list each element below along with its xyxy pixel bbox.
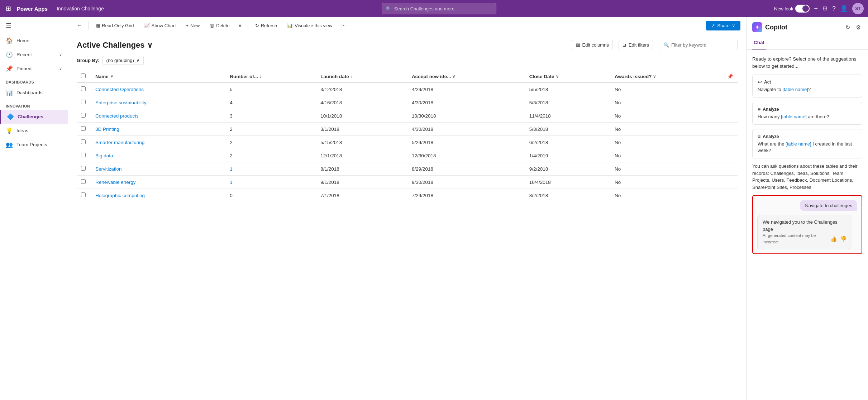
row-checkbox[interactable]: [81, 100, 86, 104]
delete-dropdown-button[interactable]: ∨: [235, 21, 245, 30]
table-row[interactable]: Renewable energy 1 9/1/2018 9/30/2018 10…: [77, 176, 738, 189]
new-look-label: New look: [774, 6, 793, 11]
show-chart-button[interactable]: 📈 Show Chart: [140, 21, 180, 30]
thumbs-up-button[interactable]: 👍: [830, 236, 837, 242]
row-checkbox-cell[interactable]: [77, 82, 91, 96]
refresh-button[interactable]: ↻ Refresh: [251, 21, 282, 30]
table-row[interactable]: Smarter manufacturing 2 5/15/2018 5/29/2…: [77, 136, 738, 149]
waffle-icon[interactable]: ⊞: [4, 3, 13, 14]
col-header-awards[interactable]: Awards issued? ∨: [610, 71, 723, 82]
act-label: Act: [764, 80, 771, 85]
suggestion-link-1[interactable]: [table name]: [782, 87, 808, 92]
col-header-accept[interactable]: Accept new ide... ∨: [407, 71, 525, 82]
col-header-close[interactable]: Close Date ∨: [525, 71, 610, 82]
edit-filters-button[interactable]: ⊿ Edit filters: [619, 40, 653, 50]
table-row[interactable]: Holographic computing 0 7/1/2018 7/29/20…: [77, 189, 738, 202]
sidebar-section-dashboards: Dashboards: [0, 76, 68, 86]
people-icon[interactable]: 👤: [840, 5, 848, 13]
row-checkbox[interactable]: [81, 192, 86, 197]
sidebar-item-recent[interactable]: 🕐 Recent ∨: [0, 48, 68, 62]
table-row[interactable]: Big data 2 12/1/2018 12/30/2018 1/4/2019…: [77, 149, 738, 162]
row-count-cell: 3: [225, 109, 316, 123]
row-name-cell[interactable]: Connected products: [91, 109, 225, 123]
row-checkbox-cell[interactable]: [77, 123, 91, 136]
row-checkbox[interactable]: [81, 86, 86, 91]
row-count-cell[interactable]: 1: [225, 162, 316, 176]
row-name-cell[interactable]: Enterprise sustainability: [91, 96, 225, 109]
avatar[interactable]: ST: [852, 3, 864, 14]
copilot-settings-button[interactable]: ⚙: [854, 23, 862, 32]
table-row[interactable]: Servitization 1 8/1/2018 8/29/2018 9/2/2…: [77, 162, 738, 176]
suggestion-link-2[interactable]: [table name]: [781, 114, 807, 119]
more-options-button[interactable]: ⋯: [338, 21, 349, 30]
sidebar-item-team-projects[interactable]: 👥 Team Projects: [0, 138, 68, 152]
share-button[interactable]: ↗ Share ∨: [706, 21, 740, 30]
sidebar-item-home[interactable]: 🏠 Home: [0, 34, 68, 48]
row-name-cell[interactable]: Renewable energy: [91, 176, 225, 189]
row-name-cell[interactable]: Servitization: [91, 162, 225, 176]
sidebar-item-pinned[interactable]: 📌 Pinned ∨: [0, 62, 68, 76]
suggestion-analyze-2[interactable]: ≡ Analyze What are the [table name] I cr…: [752, 129, 862, 158]
suggestion-analyze-1[interactable]: ≡ Analyze How many [table name] are ther…: [752, 102, 862, 125]
sidebar-item-challenges[interactable]: 🔷 Challenges: [0, 110, 68, 124]
row-name-cell[interactable]: 3D Printing: [91, 123, 225, 136]
row-pin-cell: [723, 109, 738, 123]
suggestion-act[interactable]: ↩ Act Navigate to [table name]?: [752, 75, 862, 97]
row-checkbox[interactable]: [81, 113, 86, 118]
delete-button[interactable]: 🗑 Delete: [205, 21, 234, 30]
table-row[interactable]: 3D Printing 2 3/1/2018 4/30/2018 5/3/201…: [77, 123, 738, 136]
view-title-chevron-icon[interactable]: ∨: [147, 41, 153, 50]
row-checkbox-cell[interactable]: [77, 96, 91, 109]
sidebar-item-dashboards[interactable]: 📊 Dashboards: [0, 86, 68, 100]
global-search[interactable]: 🔍 Search Challenges and more: [382, 3, 496, 14]
col-header-count[interactable]: Number of... ↓: [225, 71, 316, 82]
row-checkbox-cell[interactable]: [77, 149, 91, 162]
sidebar-team-projects-label: Team Projects: [16, 142, 47, 147]
new-button[interactable]: + New: [182, 21, 204, 30]
search-icon: 🔍: [386, 6, 391, 11]
suggestion-link-3[interactable]: [table name]: [786, 141, 811, 147]
row-name-cell[interactable]: Connected Operations: [91, 82, 225, 96]
back-button[interactable]: ←: [74, 20, 85, 31]
row-checkbox-cell[interactable]: [77, 136, 91, 149]
sidebar-collapse-btn[interactable]: ☰: [0, 17, 68, 34]
settings-icon[interactable]: ⚙: [822, 5, 828, 13]
header-checkbox[interactable]: [81, 73, 86, 78]
row-checkbox-cell[interactable]: [77, 162, 91, 176]
edit-columns-button[interactable]: ▦ Edit columns: [572, 40, 613, 50]
row-name-cell[interactable]: Big data: [91, 149, 225, 162]
sidebar-item-ideas[interactable]: 💡 Ideas: [0, 124, 68, 138]
add-icon[interactable]: +: [814, 5, 818, 13]
visualize-button[interactable]: 📊 Visualize this view: [283, 21, 337, 30]
copilot-header-icons: ↻ ⚙: [844, 23, 862, 32]
row-checkbox-cell[interactable]: [77, 189, 91, 202]
select-all-checkbox[interactable]: [77, 71, 91, 82]
row-count-cell[interactable]: 1: [225, 176, 316, 189]
row-checkbox[interactable]: [81, 126, 86, 131]
row-checkbox-cell[interactable]: [77, 109, 91, 123]
share-chevron-icon: ∨: [732, 23, 735, 28]
row-name-cell[interactable]: Smarter manufacturing: [91, 136, 225, 149]
thumbs-down-button[interactable]: 👎: [840, 236, 847, 242]
row-checkbox[interactable]: [81, 166, 86, 171]
row-checkbox-cell[interactable]: [77, 176, 91, 189]
new-look-toggle[interactable]: [795, 5, 810, 13]
row-checkbox[interactable]: [81, 179, 86, 184]
tab-chat[interactable]: Chat: [752, 36, 766, 49]
table-row[interactable]: Connected Operations 5 3/12/2018 4/29/20…: [77, 82, 738, 96]
table-row[interactable]: Connected products 3 10/1/2018 10/30/201…: [77, 109, 738, 123]
table-row[interactable]: Enterprise sustainability 4 4/16/2018 4/…: [77, 96, 738, 109]
row-accept-cell: 4/30/2018: [407, 123, 525, 136]
row-close-cell: 5/5/2018: [525, 82, 610, 96]
col-header-launch[interactable]: Launch date ↑: [316, 71, 407, 82]
group-by-select[interactable]: (no grouping) ∨: [102, 56, 144, 65]
share-label: Share: [717, 23, 730, 28]
row-checkbox[interactable]: [81, 139, 86, 144]
filter-input[interactable]: 🔍 Filter by keyword: [659, 40, 738, 50]
read-only-grid-button[interactable]: ▦ Read Only Grid: [91, 21, 138, 30]
row-checkbox[interactable]: [81, 153, 86, 157]
col-header-name[interactable]: Name ▼: [91, 71, 225, 82]
row-name-cell[interactable]: Holographic computing: [91, 189, 225, 202]
help-icon[interactable]: ?: [832, 5, 836, 13]
copilot-refresh-button[interactable]: ↻: [844, 23, 852, 32]
